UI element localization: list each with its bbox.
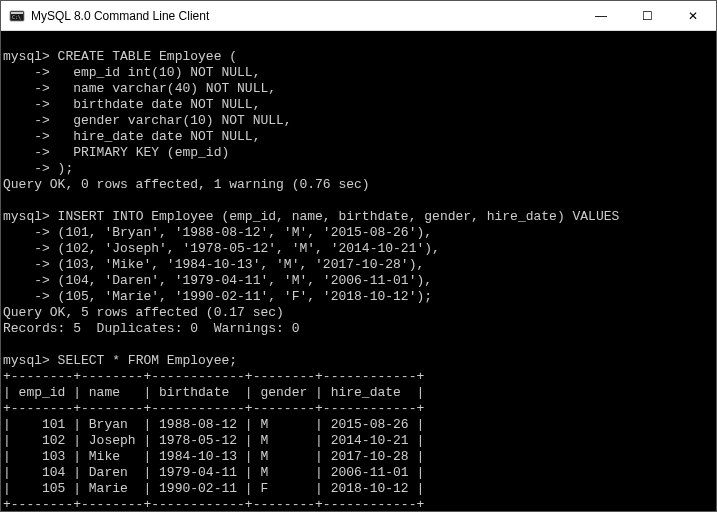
- titlebar[interactable]: C:\ MySQL 8.0 Command Line Client — ☐ ✕: [1, 1, 716, 31]
- prompt-line: -> gender varchar(10) NOT NULL,: [3, 113, 292, 128]
- result-line: Query OK, 0 rows affected, 1 warning (0.…: [3, 177, 370, 192]
- prompt-line: -> (104, 'Daren', '1979-04-11', 'M', '20…: [3, 273, 432, 288]
- terminal-output[interactable]: mysql> CREATE TABLE Employee ( -> emp_id…: [1, 31, 716, 511]
- prompt-line: -> (102, 'Joseph', '1978-05-12', 'M', '2…: [3, 241, 440, 256]
- prompt-line: mysql> SELECT * FROM Employee;: [3, 353, 237, 368]
- table-row: | 103 | Mike | 1984-10-13 | M | 2017-10-…: [3, 449, 424, 464]
- window-title: MySQL 8.0 Command Line Client: [31, 9, 578, 23]
- minimize-button[interactable]: —: [578, 1, 624, 30]
- prompt-line: mysql> CREATE TABLE Employee (: [3, 49, 237, 64]
- table-row: | 105 | Marie | 1990-02-11 | F | 2018-10…: [3, 481, 424, 496]
- prompt-line: mysql> INSERT INTO Employee (emp_id, nam…: [3, 209, 619, 224]
- blank-line: [3, 337, 11, 352]
- prompt-line: -> (105, 'Marie', '1990-02-11', 'F', '20…: [3, 289, 432, 304]
- svg-text:C:\: C:\: [12, 14, 21, 20]
- close-button[interactable]: ✕: [670, 1, 716, 30]
- prompt-line: -> emp_id int(10) NOT NULL,: [3, 65, 260, 80]
- result-line: Records: 5 Duplicates: 0 Warnings: 0: [3, 321, 299, 336]
- prompt-line: -> );: [3, 161, 73, 176]
- app-icon: C:\: [9, 8, 25, 24]
- app-window: C:\ MySQL 8.0 Command Line Client — ☐ ✕ …: [0, 0, 717, 512]
- window-controls: — ☐ ✕: [578, 1, 716, 30]
- prompt-line: -> hire_date date NOT NULL,: [3, 129, 260, 144]
- maximize-button[interactable]: ☐: [624, 1, 670, 30]
- table-row: | 101 | Bryan | 1988-08-12 | M | 2015-08…: [3, 417, 424, 432]
- prompt-line: -> name varchar(40) NOT NULL,: [3, 81, 276, 96]
- table-border: +--------+--------+------------+--------…: [3, 401, 424, 416]
- prompt-line: -> (101, 'Bryan', '1988-08-12', 'M', '20…: [3, 225, 432, 240]
- table-header: | emp_id | name | birthdate | gender | h…: [3, 385, 424, 400]
- table-row: | 102 | Joseph | 1978-05-12 | M | 2014-1…: [3, 433, 424, 448]
- prompt-line: -> (103, 'Mike', '1984-10-13', 'M', '201…: [3, 257, 424, 272]
- blank-line: [3, 193, 11, 208]
- table-row: | 104 | Daren | 1979-04-11 | M | 2006-11…: [3, 465, 424, 480]
- prompt-line: -> birthdate date NOT NULL,: [3, 97, 260, 112]
- prompt-line: -> PRIMARY KEY (emp_id): [3, 145, 229, 160]
- table-border: +--------+--------+------------+--------…: [3, 369, 424, 384]
- table-border: +--------+--------+------------+--------…: [3, 497, 424, 511]
- result-line: Query OK, 5 rows affected (0.17 sec): [3, 305, 284, 320]
